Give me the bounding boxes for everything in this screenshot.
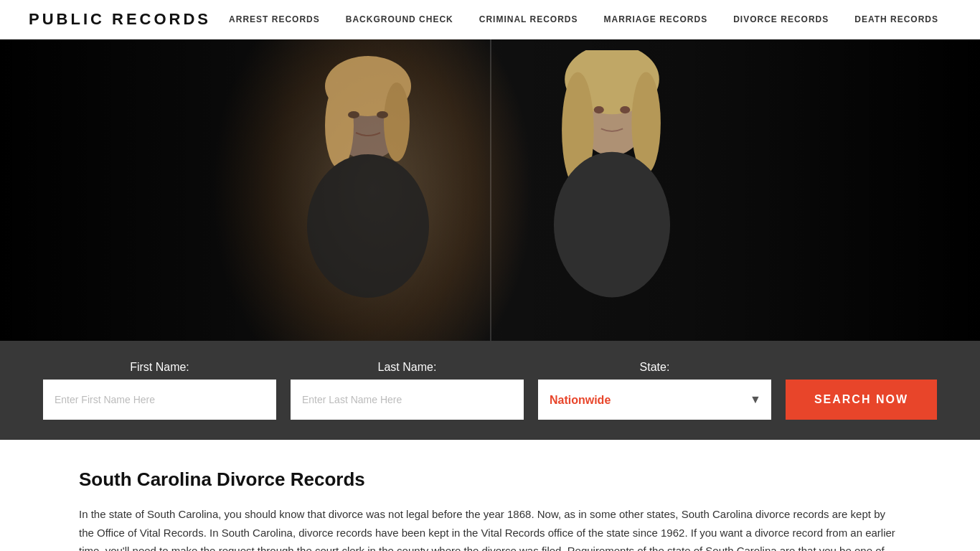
svg-point-15 xyxy=(620,106,630,113)
header: PUBLIC RECORDS ARREST RECORDS BACKGROUND… xyxy=(0,0,980,39)
hero-person-right xyxy=(526,50,698,326)
svg-point-14 xyxy=(594,106,604,113)
nav-item-background-check[interactable]: BACKGROUND CHECK xyxy=(333,0,466,39)
nav-item-death-records[interactable]: DEATH RECORDS xyxy=(842,0,951,39)
hero-divider xyxy=(490,39,491,341)
first-name-label: First Name: xyxy=(43,361,276,374)
nav-item-divorce-records[interactable]: DIVORCE RECORDS xyxy=(720,0,842,39)
nav-item-marriage-records[interactable]: MARRIAGE RECORDS xyxy=(591,0,721,39)
nav-item-arrest-records[interactable]: ARREST RECORDS xyxy=(216,0,333,39)
first-name-field: First Name: xyxy=(43,361,276,420)
content-section: South Carolina Divorce Records In the st… xyxy=(0,440,980,551)
state-select-wrapper: NationwideAlabamaAlaskaArizonaArkansasCa… xyxy=(538,380,771,420)
last-name-field: Last Name: xyxy=(291,361,524,420)
svg-point-6 xyxy=(348,111,359,118)
hero-section xyxy=(0,39,980,341)
hero-person-left xyxy=(282,54,454,326)
svg-point-7 xyxy=(377,111,388,118)
state-label: State: xyxy=(538,361,771,374)
nav-item-criminal-records[interactable]: CRIMINAL RECORDS xyxy=(466,0,591,39)
search-now-button[interactable]: SEARCH NOW xyxy=(786,380,937,420)
first-name-input[interactable] xyxy=(43,380,276,420)
site-logo[interactable]: PUBLIC RECORDS xyxy=(29,10,211,29)
svg-point-5 xyxy=(307,154,429,298)
content-heading: South Carolina Divorce Records xyxy=(79,468,901,491)
state-field: State: NationwideAlabamaAlaskaArizonaArk… xyxy=(538,361,771,420)
svg-point-3 xyxy=(384,83,410,161)
main-nav: ARREST RECORDS BACKGROUND CHECK CRIMINAL… xyxy=(216,0,951,39)
content-paragraph: In the state of South Carolina, you shou… xyxy=(79,505,901,551)
state-select[interactable]: NationwideAlabamaAlaskaArizonaArkansasCa… xyxy=(538,380,771,420)
svg-point-13 xyxy=(554,152,670,298)
last-name-input[interactable] xyxy=(291,380,524,420)
search-bar: First Name: Last Name: State: Nationwide… xyxy=(0,341,980,440)
svg-point-2 xyxy=(325,83,354,169)
last-name-label: Last Name: xyxy=(291,361,524,374)
